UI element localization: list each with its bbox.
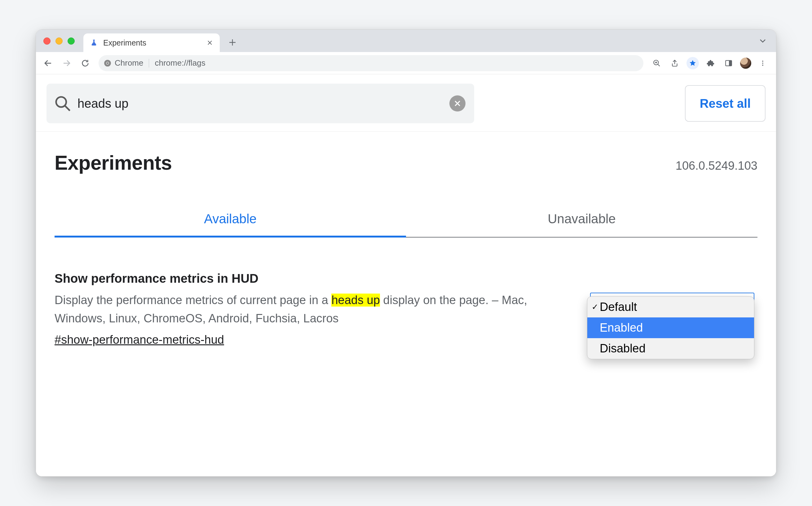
window-close-button[interactable] <box>44 37 51 45</box>
profile-avatar[interactable] <box>740 58 751 69</box>
experiment-tabs: Available Unavailable <box>55 212 757 238</box>
svg-point-18 <box>762 64 763 66</box>
flask-icon <box>89 38 98 47</box>
share-icon[interactable] <box>666 55 683 72</box>
tab-title: Experiments <box>103 38 201 48</box>
flags-search-row: Reset all <box>36 74 776 132</box>
new-tab-button[interactable] <box>225 35 240 50</box>
browser-window: Experiments <box>35 29 777 477</box>
sidepanel-icon[interactable] <box>720 55 737 72</box>
svg-point-16 <box>762 60 763 62</box>
window-controls <box>42 30 78 52</box>
browser-tab[interactable]: Experiments <box>83 33 220 52</box>
window-maximize-button[interactable] <box>68 37 75 45</box>
experiment-description: Display the performance metrics of curre… <box>55 291 544 328</box>
window-minimize-button[interactable] <box>56 37 63 45</box>
kebab-menu-icon[interactable] <box>754 55 771 72</box>
svg-line-20 <box>65 106 70 110</box>
separator <box>149 59 149 68</box>
flags-search-box[interactable] <box>47 84 474 123</box>
reset-all-button[interactable]: Reset all <box>685 85 765 122</box>
checkmark-icon: ✓ <box>587 302 600 312</box>
experiment-title: Show performance metrics in HUD <box>55 272 544 285</box>
extensions-icon[interactable] <box>702 55 719 72</box>
svg-point-8 <box>106 62 109 64</box>
nav-reload-button[interactable] <box>77 55 94 72</box>
flags-search-input[interactable] <box>77 96 444 111</box>
nav-forward-button[interactable] <box>58 55 75 72</box>
option-enabled[interactable]: Enabled <box>600 317 754 338</box>
omnibox-chip-label: Chrome <box>115 58 143 68</box>
experiment-desc-text-before: Display the performance metrics of curre… <box>55 293 331 307</box>
bookmark-star-button[interactable] <box>684 55 701 72</box>
svg-point-19 <box>56 97 66 107</box>
chrome-chip: Chrome <box>103 58 150 68</box>
tab-available[interactable]: Available <box>55 212 406 238</box>
tab-unavailable[interactable]: Unavailable <box>406 212 757 238</box>
experiment-row: Show performance metrics in HUD Display … <box>55 272 757 346</box>
tabs-menu-button[interactable] <box>755 30 770 52</box>
omnibox-url: chrome://flags <box>155 58 205 68</box>
browser-toolbar: Chrome chrome://flags <box>36 52 776 74</box>
page-content: Reset all Experiments 106.0.5249.103 Ava… <box>36 74 776 476</box>
address-bar[interactable]: Chrome chrome://flags <box>98 55 643 71</box>
experiment-anchor-link[interactable]: #show-performance-metrics-hud <box>55 333 224 346</box>
option-disabled[interactable]: Disabled <box>600 338 754 359</box>
svg-rect-15 <box>729 60 732 66</box>
chrome-version: 106.0.5249.103 <box>676 159 757 172</box>
tab-strip: Experiments <box>36 30 776 52</box>
search-icon <box>54 95 71 112</box>
star-filled-icon <box>689 60 696 67</box>
nav-back-button[interactable] <box>40 55 56 72</box>
clear-search-button[interactable] <box>449 95 465 111</box>
search-highlight: heads up <box>331 293 380 307</box>
page-heading: Experiments <box>55 151 172 174</box>
select-dropdown: ✓ Default Enabled Disabled <box>587 297 754 359</box>
svg-point-17 <box>762 63 763 64</box>
svg-line-10 <box>658 64 660 66</box>
zoom-icon[interactable] <box>648 55 665 72</box>
option-default[interactable]: Default <box>600 297 754 317</box>
tab-close-button[interactable] <box>206 38 214 47</box>
chrome-logo-icon <box>103 59 112 67</box>
